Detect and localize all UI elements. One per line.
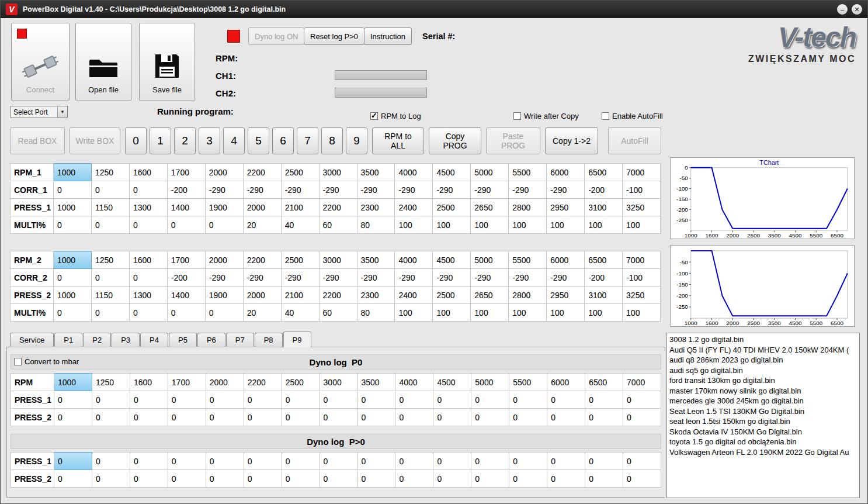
program-button-7[interactable]: 7	[297, 127, 318, 154]
cell[interactable]: 2800	[509, 286, 547, 304]
cell[interactable]: 0	[471, 409, 509, 426]
cell[interactable]: 2000	[243, 199, 281, 216]
cell[interactable]: -290	[509, 181, 547, 199]
cell[interactable]: 40	[281, 304, 319, 322]
cell[interactable]: 0	[54, 181, 92, 199]
program-button-8[interactable]: 8	[321, 127, 343, 154]
tab-p7[interactable]: P7	[226, 333, 254, 347]
cell[interactable]: 1150	[91, 199, 129, 216]
cell[interactable]: -290	[547, 269, 585, 286]
cell[interactable]: 0	[91, 269, 129, 286]
cell[interactable]: 0	[91, 304, 129, 322]
cell[interactable]: 0	[623, 391, 661, 409]
cell[interactable]: 1000	[54, 374, 92, 391]
cell[interactable]: 20	[243, 304, 281, 322]
cell[interactable]: 0	[395, 453, 433, 470]
file-list-item[interactable]: Seat Leon 1.5 TSI 130KM Go Digital.bin	[667, 406, 859, 417]
cell[interactable]: 2200	[319, 286, 357, 304]
cell[interactable]: -290	[395, 269, 433, 286]
cell[interactable]: -200	[167, 181, 205, 199]
cell[interactable]: -290	[243, 181, 281, 199]
cell[interactable]: 1700	[168, 374, 206, 391]
cell[interactable]: 80	[357, 304, 395, 322]
program-button-2[interactable]: 2	[174, 127, 196, 154]
cell[interactable]: 0	[205, 216, 243, 234]
cell[interactable]: 0	[206, 470, 244, 488]
cell[interactable]: 0	[92, 409, 130, 426]
cell[interactable]: 1000	[54, 251, 92, 269]
minimize-button[interactable]: –	[837, 4, 848, 15]
cell[interactable]: 0	[433, 409, 471, 426]
cell[interactable]: 0	[168, 391, 206, 409]
cell[interactable]: 2650	[471, 199, 509, 216]
cell[interactable]: -290	[547, 181, 585, 199]
file-list-item[interactable]: audi q8 286km 2023 go digital.bin	[667, 355, 859, 365]
write-after-copy-checkbox[interactable]: Write after Copy	[513, 112, 579, 120]
cell[interactable]: 0	[244, 453, 282, 470]
cell[interactable]: -100	[623, 181, 661, 199]
cell[interactable]: 6500	[585, 164, 623, 181]
file-list-item[interactable]: ford transit 130km go digital.bin	[667, 375, 859, 386]
cell[interactable]: 100	[471, 304, 509, 322]
cell[interactable]: 60	[319, 216, 357, 234]
cell[interactable]: 0	[433, 453, 471, 470]
cell[interactable]: 0	[395, 409, 433, 426]
cell[interactable]: 0	[471, 453, 509, 470]
cell[interactable]: 0	[206, 453, 244, 470]
cell[interactable]: 2000	[205, 164, 243, 181]
cell[interactable]: -290	[205, 269, 243, 286]
cell[interactable]: 0	[471, 470, 509, 488]
program-button-9[interactable]: 9	[346, 127, 367, 154]
cell[interactable]: 0	[54, 216, 92, 234]
program-button-1[interactable]: 1	[150, 127, 171, 154]
cell[interactable]: 1600	[129, 251, 167, 269]
cell[interactable]: 0	[168, 409, 206, 426]
cell[interactable]: 0	[129, 304, 167, 322]
file-list-item[interactable]: seat leon 1.5tsi 150km go digital.bin	[667, 416, 859, 427]
tab-p8[interactable]: P8	[255, 333, 283, 347]
copy-prog-button[interactable]: Copy PROG	[429, 127, 481, 154]
file-list-item[interactable]: Audi Q5 II (FY FL) 40 TDI MHEV 2.0 150kW…	[667, 345, 859, 355]
checkbox-box[interactable]	[513, 112, 521, 120]
cell[interactable]: -290	[319, 269, 357, 286]
cell[interactable]: 2100	[281, 199, 319, 216]
cell[interactable]: 0	[244, 470, 282, 488]
cell[interactable]: 40	[281, 216, 319, 234]
cell[interactable]: 0	[205, 304, 243, 322]
cell[interactable]: 5500	[509, 251, 547, 269]
cell[interactable]: 7000	[623, 164, 661, 181]
cell[interactable]: 2300	[357, 286, 395, 304]
cell[interactable]: 100	[433, 304, 471, 322]
cell[interactable]: 2000	[206, 374, 244, 391]
cell[interactable]: 3500	[357, 374, 395, 391]
instruction-button[interactable]: Instruction	[364, 27, 412, 45]
cell[interactable]: 1400	[167, 286, 205, 304]
cell[interactable]: 0	[54, 470, 92, 488]
program-button-3[interactable]: 3	[199, 127, 220, 154]
cell[interactable]: 0	[92, 470, 130, 488]
program-button-4[interactable]: 4	[223, 127, 245, 154]
cell[interactable]: 5500	[509, 374, 547, 391]
cell[interactable]: 0	[282, 470, 320, 488]
cell[interactable]: 100	[547, 216, 585, 234]
cell[interactable]: -200	[585, 269, 623, 286]
cell[interactable]: 1700	[167, 251, 205, 269]
cell[interactable]: 0	[91, 181, 129, 199]
cell[interactable]: 0	[585, 453, 623, 470]
cell[interactable]: 0	[206, 391, 244, 409]
cell[interactable]: 100	[623, 216, 661, 234]
file-list-item[interactable]: 3008 1.2 go digital.bin	[667, 334, 859, 345]
cell[interactable]: 0	[357, 391, 395, 409]
cell[interactable]: 4000	[395, 164, 433, 181]
port-select[interactable]: Select Port ▼	[11, 106, 68, 118]
cell[interactable]: 0	[623, 409, 661, 426]
cell[interactable]: 2000	[243, 286, 281, 304]
cell[interactable]: 0	[92, 453, 130, 470]
cell[interactable]: 100	[395, 304, 433, 322]
cell[interactable]: 0	[585, 409, 623, 426]
cell[interactable]: 0	[91, 216, 129, 234]
cell[interactable]: 1300	[129, 286, 167, 304]
dyno-log-on-button[interactable]: Dyno log ON	[248, 27, 304, 45]
tab-p3[interactable]: P3	[112, 333, 140, 347]
cell[interactable]: -200	[167, 269, 205, 286]
